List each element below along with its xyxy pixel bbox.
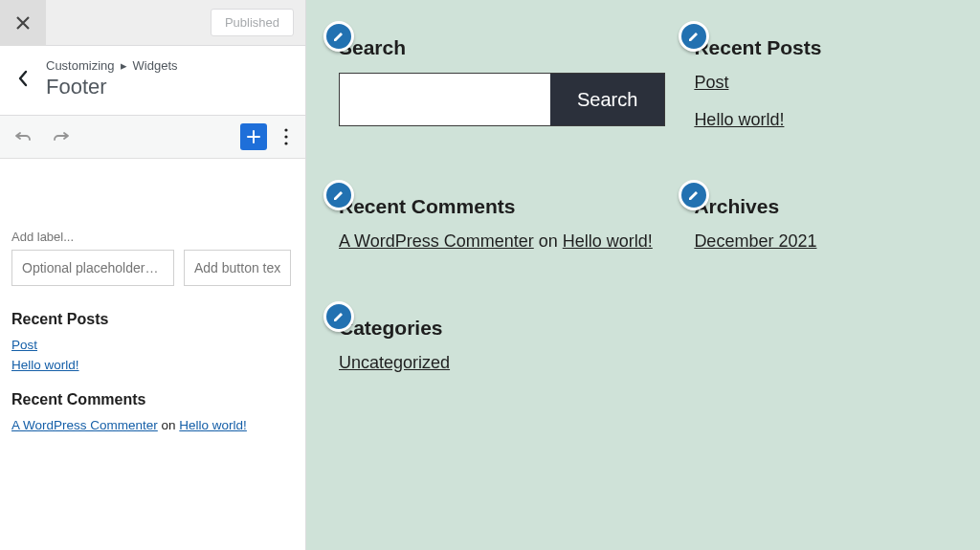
svg-point-2 [284,142,287,144]
archive-link[interactable]: December 2021 [694,231,947,252]
preview-pane: Search Search Recent Posts Post Hello wo… [306,0,980,550]
pencil-icon [332,188,345,202]
categories-heading: Categories [339,317,665,340]
page-title: Footer [46,75,292,99]
add-label-heading: Add label... [11,230,294,244]
post-link[interactable]: Hello world! [694,110,947,130]
comment-post-link[interactable]: Hello world! [179,418,247,432]
sidebar-comment-line: A WordPress Commenter on Hello world! [11,418,294,432]
pencil-icon [687,188,701,202]
undo-icon [13,127,33,146]
customizer-sidebar: Published Customizing ▸ Widgets Footer [0,0,306,550]
pencil-icon [332,310,345,323]
edit-widget-button[interactable] [323,21,354,52]
placeholder-input[interactable] [11,250,174,286]
recent-posts-heading: Recent Posts [694,36,947,59]
publish-status-button[interactable]: Published [211,9,294,36]
redo-icon [52,127,71,146]
pencil-icon [687,30,701,43]
sidebar-recent-posts-list: Post Hello world! [11,338,294,372]
edit-widget-button[interactable] [323,301,354,332]
chevron-left-icon [16,69,30,88]
search-input[interactable] [340,74,550,125]
comment-post-link[interactable]: Hello world! [563,231,653,251]
widget-search: Search Search [339,27,665,147]
customizer-topbar: Published [0,0,305,46]
categories-list: Uncategorized [339,353,665,373]
back-button[interactable] [0,55,46,101]
comment-on-text: on [158,418,180,432]
editor-toolbar [0,116,305,159]
search-form: Search [339,73,665,126]
post-link[interactable]: Post [694,73,947,93]
archives-heading: Archives [694,195,947,218]
recent-comment-line: A WordPress Commenter on Hello world! [339,231,665,252]
button-text-input[interactable] [184,250,291,286]
category-link[interactable]: Uncategorized [339,353,665,373]
widget-categories: Categories Uncategorized [339,307,665,390]
sidebar-post-link[interactable]: Post [11,338,294,352]
sidebar-post-link[interactable]: Hello world! [11,358,294,372]
undo-button[interactable] [10,123,36,150]
search-button[interactable]: Search [550,74,664,125]
more-options-button[interactable] [277,123,296,150]
breadcrumb: Customizing ▸ Widgets Footer [46,58,292,99]
comment-author-link[interactable]: A WordPress Commenter [339,231,534,251]
archives-list: December 2021 [694,231,947,252]
widget-recent-posts: Recent Posts Post Hello world! [694,27,947,147]
sidebar-recent-comments-heading: Recent Comments [11,391,294,408]
sidebar-recent-posts-heading: Recent Posts [11,311,294,328]
sidebar-content: Add label... Recent Posts Post Hello wor… [0,159,305,550]
close-icon [15,15,31,31]
kebab-icon [284,128,288,145]
widget-recent-comments: Recent Comments A WordPress Commenter on… [339,186,665,269]
recent-comments-heading: Recent Comments [339,195,665,218]
plus-icon [245,128,262,145]
comment-on-text: on [534,231,563,251]
edit-widget-button[interactable] [323,180,354,210]
breadcrumb-prefix: Customizing [46,58,115,73]
widget-archives: Archives December 2021 [694,186,947,269]
search-heading: Search [339,36,665,59]
redo-button[interactable] [48,123,75,150]
add-block-button[interactable] [240,123,267,150]
breadcrumb-sep: ▸ [121,58,127,73]
pencil-icon [332,30,345,43]
recent-posts-list: Post Hello world! [694,73,947,130]
svg-point-0 [284,128,287,131]
breadcrumb-item: Widgets [133,58,178,73]
svg-point-1 [284,135,287,138]
close-button[interactable] [0,0,46,46]
breadcrumb-row: Customizing ▸ Widgets Footer [0,46,305,116]
comment-author-link[interactable]: A WordPress Commenter [11,418,158,432]
